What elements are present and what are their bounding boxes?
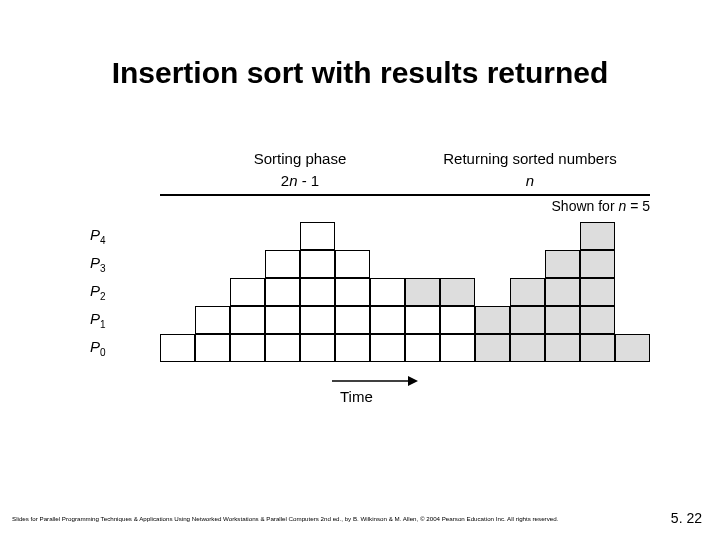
proc-label-p1: P1 — [90, 310, 130, 330]
grid-cell — [510, 334, 545, 362]
note-prefix: Shown for — [552, 198, 619, 214]
grid-cell — [545, 306, 580, 334]
grid-cell — [615, 334, 650, 362]
grid-cell — [475, 306, 510, 334]
grid-cell — [160, 334, 195, 362]
svg-marker-1 — [408, 376, 418, 386]
grid-cell — [300, 306, 335, 334]
note-suffix: = 5 — [626, 198, 650, 214]
note-n5: Shown for n = 5 — [552, 198, 650, 214]
proc-label-p4: P4 — [90, 226, 130, 246]
expr-n2: n — [526, 172, 534, 189]
footer-credit: Slides for Parallel Programming Techniqu… — [12, 515, 652, 522]
grid-cell — [580, 306, 615, 334]
grid-cell — [335, 250, 370, 278]
proc-label-p3: P3 — [90, 254, 130, 274]
phase-expr-right: n — [430, 172, 630, 189]
grid-cell — [265, 334, 300, 362]
time-label: Time — [340, 388, 373, 405]
grid-cell — [265, 306, 300, 334]
grid-cell — [335, 278, 370, 306]
grid-cell — [440, 306, 475, 334]
phase-label-returning: Returning sorted numbers — [430, 150, 630, 167]
grid-cell — [370, 306, 405, 334]
grid-cell — [510, 306, 545, 334]
grid-cell — [370, 278, 405, 306]
grid-cell — [545, 334, 580, 362]
phase-expr-left: 2n - 1 — [200, 172, 400, 189]
grid-cell — [230, 334, 265, 362]
diagram: Sorting phase Returning sorted numbers 2… — [90, 150, 650, 410]
timeline-grid — [160, 222, 650, 362]
grid-cell — [335, 306, 370, 334]
grid-cell — [370, 334, 405, 362]
grid-cell — [405, 334, 440, 362]
grid-cell — [335, 334, 370, 362]
proc-label-p2: P2 — [90, 282, 130, 302]
grid-cell — [440, 278, 475, 306]
grid-cell — [405, 278, 440, 306]
page-number: 5. 22 — [671, 510, 702, 526]
grid-cell — [300, 334, 335, 362]
grid-cell — [300, 278, 335, 306]
grid-cell — [195, 306, 230, 334]
grid-cell — [510, 278, 545, 306]
grid-cell — [265, 278, 300, 306]
grid-cell — [580, 278, 615, 306]
grid-cell — [265, 250, 300, 278]
grid-cell — [405, 306, 440, 334]
grid-cell — [230, 278, 265, 306]
grid-cell — [545, 278, 580, 306]
proc-label-p0: P0 — [90, 338, 130, 358]
phase-divider — [160, 194, 650, 196]
grid-cell — [580, 250, 615, 278]
grid-cell — [580, 222, 615, 250]
grid-cell — [300, 250, 335, 278]
grid-cell — [195, 334, 230, 362]
grid-cell — [580, 334, 615, 362]
grid-cell — [545, 250, 580, 278]
page-title: Insertion sort with results returned — [0, 56, 720, 90]
grid-cell — [440, 334, 475, 362]
expr-n1: n — [289, 172, 297, 189]
phase-label-sorting: Sorting phase — [200, 150, 400, 167]
expr-minus1: - 1 — [298, 172, 320, 189]
grid-cell — [230, 306, 265, 334]
grid-cell — [475, 334, 510, 362]
grid-cell — [300, 222, 335, 250]
expr-2: 2 — [281, 172, 289, 189]
